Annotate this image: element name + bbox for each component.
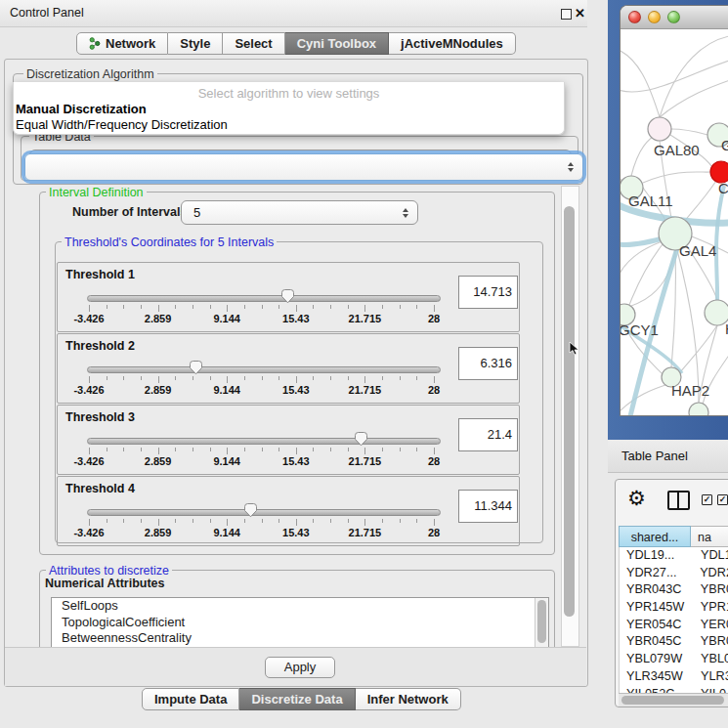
- threshold-value-field[interactable]: 14.713: [458, 276, 518, 309]
- tab-network[interactable]: Network: [76, 32, 168, 55]
- table-row[interactable]: YDL19...YDL1: [620, 547, 728, 565]
- slider-tick: [278, 376, 279, 380]
- table-row[interactable]: YBL079WYBL0: [620, 651, 728, 668]
- threshold-label: Threshold 4: [65, 482, 135, 495]
- number-of-intervals-spinner[interactable]: 5: [181, 200, 418, 225]
- tab-cyni-toolbox[interactable]: Cyni Toolbox: [285, 32, 389, 55]
- zoom-traffic-light-icon[interactable]: [667, 11, 680, 23]
- network-node[interactable]: [689, 403, 708, 416]
- slider-tick: [175, 376, 176, 380]
- settings-scroll-area: Interval Definition Number of Intervals …: [12, 185, 560, 647]
- scrollbar-thumb[interactable]: [621, 696, 724, 705]
- network-edge: [621, 51, 660, 117]
- slider-tick: [434, 448, 435, 454]
- tab-jactivemnodules[interactable]: jActiveMNodules: [389, 32, 516, 55]
- slider-thumb[interactable]: [280, 288, 295, 304]
- apply-button[interactable]: Apply: [265, 657, 335, 678]
- slider-track[interactable]: [87, 438, 441, 445]
- dropdown-option[interactable]: Manual Discretization: [14, 102, 564, 117]
- cell-shared-name: YDR27...: [620, 565, 691, 582]
- minimize-traffic-light-icon[interactable]: [648, 11, 661, 23]
- thresholds-group-label: Threshold's Coordinates for 5 Intervals: [62, 236, 277, 249]
- column-header-shared-name[interactable]: shared...: [619, 526, 691, 547]
- slider-tick-label: 15.43: [272, 455, 321, 467]
- table-row[interactable]: YIL052CYIL0: [620, 686, 728, 694]
- app-root: Control Panel ✕ NetworkStyleSelectCyni T…: [0, 0, 728, 728]
- slider-tick: [348, 305, 349, 309]
- slider-tick: [227, 448, 228, 454]
- network-node-label: GAL80: [654, 142, 700, 158]
- cell-shared-name: YBR045C: [620, 633, 692, 651]
- slider-track[interactable]: [87, 509, 441, 516]
- settings-vertical-scrollbar[interactable]: [561, 186, 579, 647]
- slider-track[interactable]: [87, 366, 441, 373]
- algorithm-combobox[interactable]: [24, 153, 583, 181]
- table-row[interactable]: YPR145WYPR1: [620, 599, 728, 617]
- float-window-icon[interactable]: [561, 9, 572, 20]
- table-horizontal-scrollbar[interactable]: [619, 693, 728, 707]
- close-icon[interactable]: ✕: [575, 5, 585, 21]
- network-icon: [89, 37, 101, 50]
- threshold-value-field[interactable]: 11.344: [458, 490, 518, 523]
- checkbox-icon[interactable]: ✓: [702, 494, 712, 505]
- slider-tick-label: 2.859: [134, 527, 183, 538]
- slider-tick: [175, 448, 176, 451]
- gear-icon[interactable]: ⚙: [627, 487, 646, 510]
- slider-tick-label: 21.715: [340, 455, 389, 467]
- slider-thumb[interactable]: [243, 502, 258, 518]
- dropdown-hint-option[interactable]: Select algorithm to view settings: [14, 82, 564, 102]
- spinner-arrows-icon: [403, 208, 408, 218]
- table-panel-title: Table Panel: [621, 440, 688, 472]
- slider-thumb[interactable]: [189, 360, 203, 375]
- slider-tick: [123, 305, 124, 309]
- table-row[interactable]: YER054CYER0: [620, 617, 728, 634]
- column-header-name[interactable]: na: [691, 526, 728, 547]
- slider-tick: [382, 376, 383, 380]
- network-graph[interactable]: GAL80GACGAL11GAL4GCY1HHAP2: [621, 29, 728, 416]
- table-body: YDL19...YDL1YDR27...YDR2YBR043CYBR0YPR14…: [619, 547, 728, 693]
- table-row[interactable]: YDR27...YDR2: [620, 565, 728, 582]
- slider-track[interactable]: [87, 295, 441, 302]
- split-view-icon[interactable]: [667, 491, 690, 510]
- slider-tick: [107, 519, 107, 523]
- attribute-list-item[interactable]: SelfLoops: [52, 598, 548, 615]
- numerical-attributes-list[interactable]: SelfLoopsTopologicalCoefficientBetweenne…: [51, 597, 549, 647]
- slider-tick-label: 15.43: [272, 384, 321, 396]
- close-traffic-light-icon[interactable]: [628, 11, 641, 23]
- slider-tick: [193, 448, 193, 451]
- slider-thumb[interactable]: [354, 431, 368, 447]
- attributes-group-label: Attributes to discretize: [46, 564, 172, 578]
- slider-tick: [141, 448, 142, 451]
- slider-tick: [107, 376, 107, 380]
- tab-impute-data[interactable]: Impute Data: [142, 688, 239, 710]
- attribute-list-item[interactable]: BetweennessCentrality: [52, 630, 548, 647]
- attributes-scrollbar[interactable]: [535, 598, 548, 647]
- slider-tick: [382, 305, 383, 309]
- slider-tick: [141, 519, 142, 523]
- checkbox-icon[interactable]: ✓: [717, 494, 728, 505]
- network-window-titlebar: [621, 6, 728, 29]
- threshold-value-field[interactable]: 6.316: [458, 347, 518, 380]
- threshold-value-field[interactable]: 21.4: [458, 418, 518, 451]
- dropdown-option[interactable]: Equal Width/Frequency Discretization: [14, 117, 564, 133]
- table-row[interactable]: YLR345WYLR3: [620, 668, 728, 686]
- threshold-panel: Threshold 2-3.4262.8599.14415.4321.71528…: [57, 333, 520, 404]
- cell-name: YBR0: [692, 581, 728, 599]
- tab-infer-network[interactable]: Infer Network: [356, 688, 461, 710]
- table-row[interactable]: YBR045CYBR0: [620, 633, 728, 651]
- slider-tick-label: -3.426: [64, 313, 113, 324]
- tab-style[interactable]: Style: [168, 32, 223, 55]
- attribute-list-item[interactable]: TopologicalCoefficient: [52, 615, 548, 631]
- scrollbar-thumb[interactable]: [564, 206, 575, 617]
- network-node-label: HAP2: [671, 382, 709, 399]
- slider-tick-label: 15.43: [272, 313, 321, 324]
- control-panel-title: Control Panel: [10, 0, 84, 26]
- slider-tick: [89, 376, 90, 383]
- network-node[interactable]: [648, 117, 671, 141]
- tab-select[interactable]: Select: [223, 32, 284, 55]
- dropdown-options: Manual DiscretizationEqual Width/Frequen…: [14, 102, 564, 133]
- tab-label: Style: [180, 33, 210, 54]
- table-row[interactable]: YBR043CYBR0: [620, 581, 728, 599]
- slider-tick: [313, 519, 314, 523]
- tab-discretize-data[interactable]: Discretize Data: [239, 688, 355, 710]
